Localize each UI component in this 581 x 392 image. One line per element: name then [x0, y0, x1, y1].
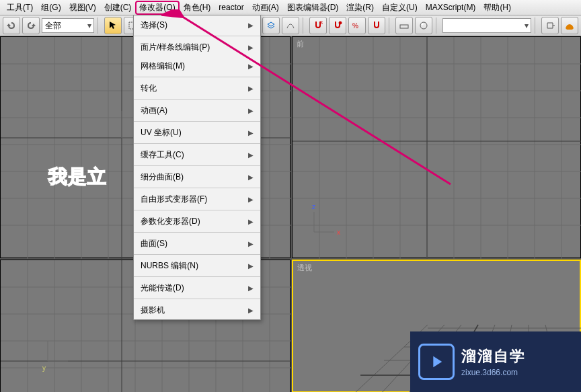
watermark-badge: 溜溜自学 zixue.3d66.com — [410, 331, 581, 392]
viewport-label-front: 前 — [297, 39, 304, 49]
menu-modifiers[interactable]: 修改器(O) — [135, 1, 179, 15]
submenu-arrow-icon: ▶ — [248, 63, 254, 70]
dropdown-item[interactable]: 网格编辑(M)▶ — [134, 56, 260, 75]
menu-animation[interactable]: 动画(A) — [248, 1, 283, 15]
dropdown-item-label: 参数化变形器(D) — [141, 216, 200, 227]
submenu-arrow-icon: ▶ — [248, 240, 254, 247]
dropdown-item[interactable]: 曲面(S)▶ — [134, 234, 260, 253]
menu-graph-editor[interactable]: 图表编辑器(D) — [283, 1, 343, 15]
badge-title: 溜溜自学 — [461, 346, 526, 366]
submenu-arrow-icon: ▶ — [248, 129, 254, 136]
menu-customize[interactable]: 自定义(U) — [378, 1, 422, 15]
dropdown-item-label: 缓存工具(C) — [141, 149, 184, 161]
schematic-view-button[interactable] — [395, 17, 413, 34]
dropdown-item[interactable]: 参数化变形器(D)▶ — [134, 212, 260, 231]
submenu-arrow-icon: ▶ — [248, 262, 254, 270]
submenu-arrow-icon: ▶ — [248, 173, 254, 181]
svg-point-6 — [420, 22, 427, 29]
dropdown-separator — [134, 99, 260, 100]
selection-filter-label: 全部 — [45, 20, 61, 32]
toolbar-separator — [303, 17, 306, 34]
dropdown-item-label: 转化 — [141, 83, 157, 94]
dropdown-separator — [134, 77, 260, 77]
dropdown-item-label: 细分曲面(B) — [141, 171, 184, 183]
snap-toggle-button[interactable]: 3 — [309, 17, 327, 34]
dropdown-item[interactable]: 面片/样条线编辑(P)▶ — [134, 38, 260, 56]
dropdown-item-label: 网格编辑(M) — [141, 61, 185, 72]
svg-text:%: % — [352, 22, 358, 30]
dropdown-item[interactable]: NURBS 编辑(N)▶ — [134, 256, 260, 275]
named-selection-dropdown[interactable] — [442, 18, 531, 33]
dropdown-item-label: 面片/样条线编辑(P) — [141, 42, 210, 53]
selection-filter-dropdown[interactable]: 全部 — [42, 18, 94, 33]
menu-help[interactable]: 帮助(H) — [479, 1, 515, 15]
svg-text:y: y — [42, 364, 46, 372]
svg-rect-5 — [400, 25, 408, 28]
submenu-arrow-icon: ▶ — [248, 151, 254, 159]
svg-text:z: z — [312, 203, 315, 210]
dropdown-item[interactable]: 细分曲面(B)▶ — [134, 167, 260, 186]
redo-button[interactable] — [22, 17, 40, 34]
layer-button[interactable] — [262, 17, 280, 34]
svg-point-7 — [422, 24, 424, 26]
svg-point-3 — [339, 22, 342, 24]
menu-maxscript[interactable]: MAXScript(M) — [422, 1, 480, 13]
viewport-front[interactable]: 前 x z — [292, 36, 581, 258]
modifiers-dropdown: 选择(S)▶面片/样条线编辑(P)▶网格编辑(M)▶转化▶动画(A)▶UV 坐标… — [133, 15, 261, 320]
submenu-arrow-icon: ▶ — [248, 196, 254, 203]
dropdown-separator — [134, 254, 260, 255]
submenu-arrow-icon: ▶ — [248, 284, 254, 292]
toolbar-separator — [389, 17, 392, 34]
viewport-label-perspective: 透视 — [297, 263, 312, 273]
submenu-arrow-icon: ▶ — [248, 107, 254, 114]
menu-render[interactable]: 渲染(R) — [342, 1, 378, 15]
toolbar-separator — [535, 17, 538, 34]
dropdown-item[interactable]: 摄影机▶ — [134, 301, 260, 319]
undo-button[interactable] — [3, 17, 20, 34]
render-scene-button[interactable] — [561, 17, 578, 34]
percent-snap-button[interactable]: % — [348, 17, 366, 34]
angle-snap-button[interactable] — [329, 17, 346, 34]
dropdown-item-label: 自由形式变形器(F) — [141, 194, 207, 205]
spinner-snap-button[interactable] — [368, 17, 385, 34]
dropdown-item-label: 动画(A) — [141, 105, 167, 116]
submenu-arrow-icon: ▶ — [248, 218, 254, 225]
play-icon — [418, 344, 455, 380]
toolbar-separator — [436, 17, 439, 34]
dropdown-item[interactable]: UV 坐标(U)▶ — [134, 123, 260, 142]
dropdown-separator — [134, 276, 260, 277]
svg-text:x: x — [337, 229, 340, 236]
toolbar-separator — [98, 17, 101, 34]
submenu-arrow-icon: ▶ — [248, 44, 254, 51]
dropdown-separator — [134, 165, 260, 166]
viewport-grid: x z — [293, 37, 581, 259]
dropdown-separator — [134, 143, 260, 144]
curve-editor-button[interactable] — [282, 17, 299, 34]
select-arrow-button[interactable] — [104, 17, 122, 34]
menu-tools[interactable]: 工具(T) — [3, 1, 37, 15]
badge-subtitle: zixue.3d66.com — [461, 368, 526, 377]
menu-view[interactable]: 视图(V) — [65, 1, 100, 15]
dropdown-item[interactable]: 自由形式变形器(F)▶ — [134, 190, 260, 208]
dropdown-item[interactable]: 选择(S)▶ — [134, 15, 260, 34]
quick-render-button[interactable] — [541, 17, 559, 34]
material-editor-button[interactable] — [415, 17, 432, 34]
dropdown-separator — [134, 121, 260, 122]
menu-character[interactable]: 角色(H) — [180, 1, 215, 15]
dropdown-separator — [134, 232, 260, 233]
main-toolbar: 全部 3 % — [0, 15, 581, 36]
dropdown-item[interactable]: 转化▶ — [134, 79, 260, 97]
menu-group[interactable]: 组(G) — [37, 1, 65, 15]
menu-create[interactable]: 创建(C) — [100, 1, 136, 15]
dropdown-item-label: NURBS 编辑(N) — [141, 260, 198, 272]
dropdown-item[interactable]: 光能传递(D)▶ — [134, 278, 260, 297]
dropdown-item[interactable]: 动画(A)▶ — [134, 101, 260, 120]
dropdown-separator — [134, 36, 260, 36]
svg-text:3: 3 — [320, 20, 323, 25]
dropdown-separator — [134, 188, 260, 188]
menu-reactor[interactable]: reactor — [215, 1, 247, 13]
dropdown-item[interactable]: 缓存工具(C)▶ — [134, 145, 260, 164]
dropdown-separator — [134, 299, 260, 299]
dropdown-item-label: 光能传递(D) — [141, 282, 184, 294]
submenu-arrow-icon: ▶ — [248, 307, 254, 314]
